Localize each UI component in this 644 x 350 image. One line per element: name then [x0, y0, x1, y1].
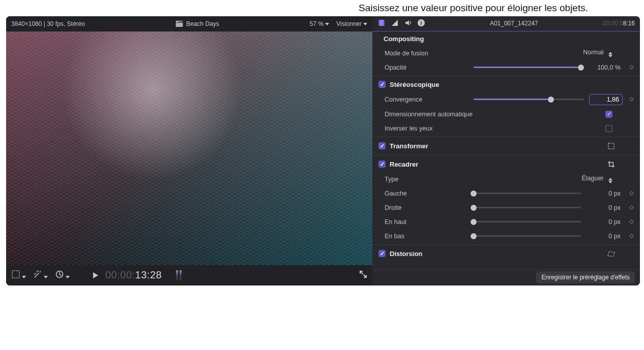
crop-top-slider[interactable]	[474, 217, 581, 227]
crop-bottom-slider[interactable]	[474, 232, 581, 241]
invert-eyes-label: Inverser les yeux	[385, 125, 600, 132]
section-distortion[interactable]: Distorsion	[372, 246, 640, 262]
crop-right-slider[interactable]	[474, 203, 581, 212]
row-crop-right: Droite 0 px	[372, 201, 640, 215]
view-menu[interactable]: Visionner	[336, 20, 367, 27]
timecode-lit: 13:28	[135, 269, 162, 280]
tab-info[interactable]: i	[417, 19, 425, 28]
audio-meter[interactable]	[176, 270, 182, 280]
transform-tool-menu[interactable]	[11, 270, 26, 280]
section-crop[interactable]: Recadrer	[372, 156, 640, 172]
section-crop-label: Recadrer	[390, 161, 418, 168]
row-crop-type: Type Élaguer	[372, 172, 640, 186]
section-compositing[interactable]: Compositing	[372, 31, 640, 46]
svg-rect-11	[629, 98, 633, 102]
view-menu-label: Visionner	[336, 20, 362, 27]
section-compositing-label: Compositing	[384, 35, 424, 43]
opacity-label: Opacité	[385, 64, 469, 71]
enhance-tool-menu[interactable]	[33, 270, 48, 280]
svg-rect-14	[629, 206, 633, 210]
svg-rect-2	[12, 271, 19, 278]
zoom-menu[interactable]: 57 %	[310, 20, 329, 27]
opacity-value[interactable]: 100,0 %	[586, 64, 623, 71]
distort-icon[interactable]	[607, 249, 616, 258]
opacity-keyframe[interactable]	[628, 64, 635, 71]
clapperboard-icon	[175, 21, 183, 27]
save-effects-preset-button[interactable]: Enregistrer le préréglage d'effets	[536, 271, 635, 283]
crop-bottom-label: En bas	[385, 233, 469, 240]
retime-tool-menu[interactable]	[55, 270, 70, 280]
chevron-down-icon	[66, 276, 70, 278]
crop-left-label: Gauche	[385, 190, 469, 197]
crop-top-value[interactable]: 0 px	[586, 218, 623, 226]
help-annotation: Saisissez une valeur positive pour éloig…	[0, 0, 644, 16]
convergence-label: Convergence	[385, 96, 469, 103]
transform-checkbox[interactable]	[378, 142, 386, 149]
stereoscopic-checkbox[interactable]	[378, 81, 386, 88]
section-transform-label: Transformer	[390, 142, 428, 150]
crop-top-keyframe[interactable]	[628, 218, 635, 226]
zoom-value: 57 %	[310, 20, 324, 27]
crop-checkbox[interactable]	[378, 161, 386, 168]
crop-type-value: Élaguer	[581, 175, 603, 182]
convergence-slider[interactable]	[474, 95, 584, 104]
row-invert-eyes: Inverser les yeux	[372, 121, 640, 136]
anaglyph-preview	[6, 31, 372, 265]
viewer-canvas[interactable]	[6, 31, 372, 265]
convergence-keyframe[interactable]	[628, 96, 635, 103]
crop-left-keyframe[interactable]	[628, 190, 635, 197]
svg-rect-16	[629, 234, 633, 238]
opacity-slider[interactable]	[474, 63, 581, 72]
invert-eyes-checkbox[interactable]	[605, 125, 612, 132]
blend-mode-label: Mode de fusion	[385, 50, 469, 57]
row-crop-left: Gauche 0 px	[372, 186, 640, 201]
tab-generator[interactable]	[391, 19, 399, 28]
crop-right-keyframe[interactable]	[628, 204, 635, 211]
chevron-down-icon	[44, 276, 48, 278]
row-crop-top: En haut 0 px	[372, 215, 640, 229]
viewer-bottom-bar: 00:00:13:28	[6, 265, 372, 285]
chevron-down-icon	[22, 276, 26, 278]
tab-audio[interactable]	[404, 19, 412, 28]
auto-size-label: Dimensionnement automatique	[385, 111, 600, 118]
play-button[interactable]	[93, 272, 98, 278]
timecode-dim: 00:00:	[105, 269, 135, 280]
section-stereoscopic-label: Stéréoscopique	[390, 81, 440, 88]
project-name[interactable]: Beach Days	[175, 20, 219, 27]
crop-icon[interactable]	[607, 160, 616, 169]
blend-mode-value: Normal	[583, 49, 603, 56]
crop-bottom-keyframe[interactable]	[628, 233, 635, 240]
inspector-pane: i A01_007_142247 00:00:08:16 Compositing…	[372, 16, 640, 285]
inspector-footer: Enregistrer le préréglage d'effets	[372, 269, 640, 285]
crop-top-label: En haut	[385, 218, 469, 226]
blend-mode-popup[interactable]: Normal	[583, 49, 612, 57]
row-convergence: Convergence 1,86	[372, 92, 640, 107]
clip-name: A01_007_142247	[430, 20, 598, 27]
svg-rect-10	[629, 66, 633, 70]
crop-left-value[interactable]: 0 px	[586, 190, 623, 197]
crop-bottom-value[interactable]: 0 px	[586, 233, 623, 240]
svg-rect-0	[176, 22, 183, 27]
section-transform[interactable]: Transformer	[372, 138, 640, 154]
auto-size-checkbox[interactable]	[605, 111, 612, 118]
svg-rect-12	[608, 143, 614, 149]
svg-rect-6	[378, 20, 379, 26]
crop-left-slider[interactable]	[474, 189, 581, 198]
crop-right-value[interactable]: 0 px	[586, 204, 623, 211]
app-window: 3840×1080 | 30 fps, Stéréo Beach Days 57…	[6, 16, 640, 285]
chevron-down-icon	[325, 23, 329, 25]
crop-type-popup[interactable]: Élaguer	[581, 175, 612, 183]
row-opacity: Opacité 100,0 %	[372, 60, 640, 75]
timecode-display[interactable]: 00:00:13:28	[105, 269, 162, 281]
tab-video[interactable]	[377, 19, 386, 28]
row-blend-mode: Mode de fusion Normal	[372, 46, 640, 60]
clip-duration: 00:00:08:16	[603, 20, 635, 27]
svg-point-3	[40, 271, 41, 272]
svg-rect-15	[629, 220, 633, 224]
section-stereoscopic[interactable]: Stéréoscopique	[372, 77, 640, 92]
convergence-value[interactable]: 1,86	[589, 94, 623, 105]
distortion-checkbox[interactable]	[378, 250, 386, 257]
transform-icon[interactable]	[607, 142, 616, 150]
svg-rect-7	[384, 20, 385, 26]
fullscreen-button[interactable]	[359, 270, 367, 280]
